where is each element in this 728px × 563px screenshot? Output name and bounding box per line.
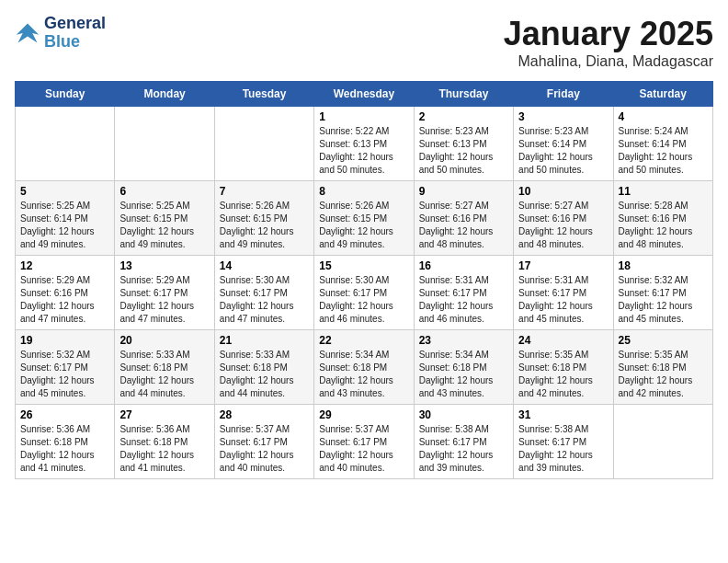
calendar-cell: 4Sunrise: 5:24 AM Sunset: 6:14 PM Daylig… bbox=[613, 107, 712, 181]
day-number: 15 bbox=[319, 259, 408, 272]
day-number: 9 bbox=[419, 185, 508, 198]
calendar-cell: 13Sunrise: 5:29 AM Sunset: 6:17 PM Dayli… bbox=[115, 256, 214, 330]
day-number: 11 bbox=[619, 185, 708, 198]
day-number: 12 bbox=[20, 259, 109, 272]
day-number: 10 bbox=[518, 185, 608, 198]
day-info: Sunrise: 5:36 AM Sunset: 6:18 PM Dayligh… bbox=[119, 423, 209, 475]
day-info: Sunrise: 5:37 AM Sunset: 6:17 PM Dayligh… bbox=[319, 423, 408, 475]
day-number: 6 bbox=[119, 185, 209, 198]
day-number: 18 bbox=[619, 259, 708, 272]
day-info: Sunrise: 5:38 AM Sunset: 6:17 PM Dayligh… bbox=[419, 423, 508, 475]
svg-marker-0 bbox=[17, 23, 40, 42]
header-friday: Friday bbox=[514, 82, 613, 107]
calendar-cell bbox=[16, 107, 115, 181]
calendar-cell: 25Sunrise: 5:35 AM Sunset: 6:18 PM Dayli… bbox=[613, 330, 712, 405]
day-info: Sunrise: 5:26 AM Sunset: 6:15 PM Dayligh… bbox=[319, 200, 408, 251]
week-row-1: 1Sunrise: 5:22 AM Sunset: 6:13 PM Daylig… bbox=[16, 107, 713, 181]
day-number: 26 bbox=[20, 408, 109, 421]
day-info: Sunrise: 5:29 AM Sunset: 6:17 PM Dayligh… bbox=[119, 274, 209, 326]
day-number: 31 bbox=[518, 408, 608, 421]
calendar-cell: 31Sunrise: 5:38 AM Sunset: 6:17 PM Dayli… bbox=[514, 405, 613, 479]
calendar-cell: 20Sunrise: 5:33 AM Sunset: 6:18 PM Dayli… bbox=[115, 330, 214, 405]
day-info: Sunrise: 5:29 AM Sunset: 6:16 PM Dayligh… bbox=[20, 274, 109, 326]
day-info: Sunrise: 5:33 AM Sunset: 6:18 PM Dayligh… bbox=[220, 349, 309, 400]
logo: General Blue bbox=[15, 15, 106, 52]
calendar-cell bbox=[115, 107, 214, 181]
calendar-cell: 2Sunrise: 5:23 AM Sunset: 6:13 PM Daylig… bbox=[414, 107, 513, 181]
calendar-cell: 27Sunrise: 5:36 AM Sunset: 6:18 PM Dayli… bbox=[115, 405, 214, 479]
day-info: Sunrise: 5:31 AM Sunset: 6:17 PM Dayligh… bbox=[518, 274, 608, 326]
day-info: Sunrise: 5:26 AM Sunset: 6:15 PM Dayligh… bbox=[220, 200, 309, 251]
day-info: Sunrise: 5:25 AM Sunset: 6:15 PM Dayligh… bbox=[119, 200, 209, 251]
calendar-cell: 26Sunrise: 5:36 AM Sunset: 6:18 PM Dayli… bbox=[16, 405, 115, 479]
day-number: 1 bbox=[319, 110, 408, 123]
day-number: 23 bbox=[419, 334, 508, 347]
header-row: Sunday Monday Tuesday Wednesday Thursday… bbox=[16, 82, 713, 107]
calendar-cell: 18Sunrise: 5:32 AM Sunset: 6:17 PM Dayli… bbox=[613, 256, 712, 330]
day-info: Sunrise: 5:38 AM Sunset: 6:17 PM Dayligh… bbox=[518, 423, 608, 475]
day-number: 27 bbox=[119, 408, 209, 421]
calendar-cell: 21Sunrise: 5:33 AM Sunset: 6:18 PM Dayli… bbox=[214, 330, 313, 405]
header-monday: Monday bbox=[115, 82, 214, 107]
day-number: 29 bbox=[319, 408, 408, 421]
day-info: Sunrise: 5:34 AM Sunset: 6:18 PM Dayligh… bbox=[419, 349, 508, 400]
calendar-cell bbox=[613, 405, 712, 479]
day-number: 4 bbox=[619, 110, 708, 123]
day-number: 3 bbox=[518, 110, 608, 123]
day-number: 19 bbox=[20, 334, 109, 347]
calendar-body: 1Sunrise: 5:22 AM Sunset: 6:13 PM Daylig… bbox=[16, 107, 713, 479]
calendar-cell: 19Sunrise: 5:32 AM Sunset: 6:17 PM Dayli… bbox=[16, 330, 115, 405]
day-number: 25 bbox=[619, 334, 708, 347]
day-info: Sunrise: 5:25 AM Sunset: 6:14 PM Dayligh… bbox=[20, 200, 109, 251]
day-number: 8 bbox=[319, 185, 408, 198]
day-info: Sunrise: 5:27 AM Sunset: 6:16 PM Dayligh… bbox=[518, 200, 608, 251]
calendar-cell: 11Sunrise: 5:28 AM Sunset: 6:16 PM Dayli… bbox=[613, 181, 712, 256]
day-number: 5 bbox=[20, 185, 109, 198]
calendar-cell: 10Sunrise: 5:27 AM Sunset: 6:16 PM Dayli… bbox=[514, 181, 613, 256]
day-number: 17 bbox=[518, 259, 608, 272]
day-number: 7 bbox=[220, 185, 309, 198]
calendar-cell: 6Sunrise: 5:25 AM Sunset: 6:15 PM Daylig… bbox=[115, 181, 214, 256]
day-number: 30 bbox=[419, 408, 508, 421]
day-number: 14 bbox=[220, 259, 309, 272]
calendar-cell: 24Sunrise: 5:35 AM Sunset: 6:18 PM Dayli… bbox=[514, 330, 613, 405]
day-number: 13 bbox=[119, 259, 209, 272]
day-info: Sunrise: 5:23 AM Sunset: 6:14 PM Dayligh… bbox=[518, 125, 608, 177]
day-info: Sunrise: 5:35 AM Sunset: 6:18 PM Dayligh… bbox=[619, 349, 708, 400]
header-sunday: Sunday bbox=[16, 82, 115, 107]
day-info: Sunrise: 5:31 AM Sunset: 6:17 PM Dayligh… bbox=[419, 274, 508, 326]
day-info: Sunrise: 5:28 AM Sunset: 6:16 PM Dayligh… bbox=[619, 200, 708, 251]
calendar-cell: 30Sunrise: 5:38 AM Sunset: 6:17 PM Dayli… bbox=[414, 405, 513, 479]
calendar-cell: 22Sunrise: 5:34 AM Sunset: 6:18 PM Dayli… bbox=[314, 330, 414, 405]
title-block: January 2025 Mahalina, Diana, Madagascar bbox=[504, 15, 713, 70]
day-number: 24 bbox=[518, 334, 608, 347]
day-info: Sunrise: 5:30 AM Sunset: 6:17 PM Dayligh… bbox=[220, 274, 309, 326]
day-number: 22 bbox=[319, 334, 408, 347]
calendar-cell: 23Sunrise: 5:34 AM Sunset: 6:18 PM Dayli… bbox=[414, 330, 513, 405]
header-saturday: Saturday bbox=[613, 82, 712, 107]
calendar-cell: 29Sunrise: 5:37 AM Sunset: 6:17 PM Dayli… bbox=[314, 405, 414, 479]
day-info: Sunrise: 5:32 AM Sunset: 6:17 PM Dayligh… bbox=[20, 349, 109, 400]
week-row-3: 12Sunrise: 5:29 AM Sunset: 6:16 PM Dayli… bbox=[16, 256, 713, 330]
calendar-cell: 15Sunrise: 5:30 AM Sunset: 6:17 PM Dayli… bbox=[314, 256, 414, 330]
calendar-cell: 8Sunrise: 5:26 AM Sunset: 6:15 PM Daylig… bbox=[314, 181, 414, 256]
week-row-5: 26Sunrise: 5:36 AM Sunset: 6:18 PM Dayli… bbox=[16, 405, 713, 479]
calendar-cell: 3Sunrise: 5:23 AM Sunset: 6:14 PM Daylig… bbox=[514, 107, 613, 181]
calendar-cell: 17Sunrise: 5:31 AM Sunset: 6:17 PM Dayli… bbox=[514, 256, 613, 330]
calendar-table: Sunday Monday Tuesday Wednesday Thursday… bbox=[15, 81, 713, 479]
day-info: Sunrise: 5:24 AM Sunset: 6:14 PM Dayligh… bbox=[619, 125, 708, 177]
week-row-4: 19Sunrise: 5:32 AM Sunset: 6:17 PM Dayli… bbox=[16, 330, 713, 405]
header-thursday: Thursday bbox=[414, 82, 513, 107]
logo-text: General Blue bbox=[44, 15, 106, 52]
day-info: Sunrise: 5:36 AM Sunset: 6:18 PM Dayligh… bbox=[20, 423, 109, 475]
calendar-cell: 12Sunrise: 5:29 AM Sunset: 6:16 PM Dayli… bbox=[16, 256, 115, 330]
week-row-2: 5Sunrise: 5:25 AM Sunset: 6:14 PM Daylig… bbox=[16, 181, 713, 256]
day-number: 16 bbox=[419, 259, 508, 272]
month-title: January 2025 bbox=[504, 15, 713, 53]
calendar-cell bbox=[214, 107, 313, 181]
day-info: Sunrise: 5:37 AM Sunset: 6:17 PM Dayligh… bbox=[220, 423, 309, 475]
calendar-cell: 14Sunrise: 5:30 AM Sunset: 6:17 PM Dayli… bbox=[214, 256, 313, 330]
header-tuesday: Tuesday bbox=[214, 82, 313, 107]
calendar-header: Sunday Monday Tuesday Wednesday Thursday… bbox=[16, 82, 713, 107]
day-info: Sunrise: 5:27 AM Sunset: 6:16 PM Dayligh… bbox=[419, 200, 508, 251]
